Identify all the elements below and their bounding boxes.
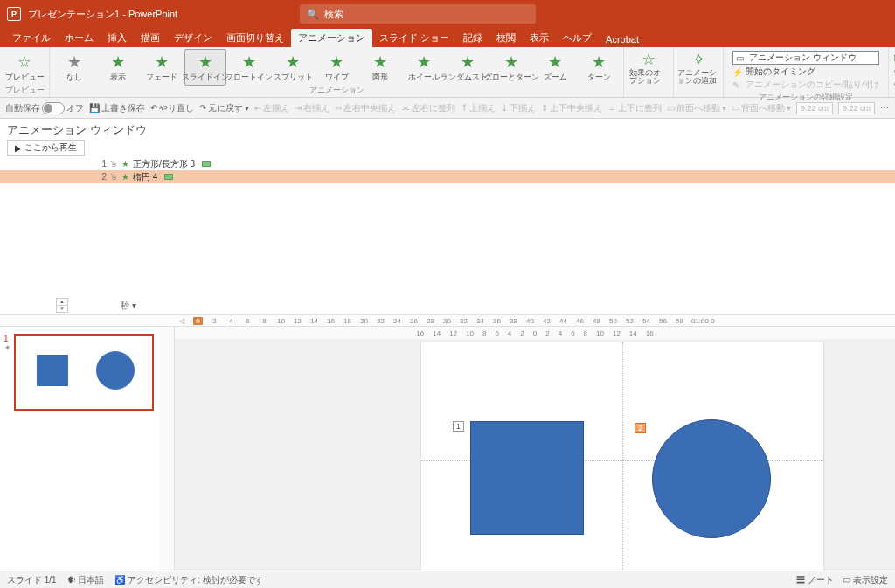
star-icon: ☆	[642, 50, 656, 69]
animation-ワイプ[interactable]: ★ワイプ	[316, 49, 357, 86]
align-left: ⇤ 左揃え	[254, 102, 289, 114]
animation-item[interactable]: 2 🖱 ★ 楕円 4	[0, 170, 895, 183]
tab-draw[interactable]: 描画	[134, 29, 167, 47]
play-from-button[interactable]: ▶ここから再生	[7, 140, 85, 156]
animation-indicator-icon: ✶	[4, 343, 12, 352]
timeline-ruler[interactable]: ◁024681012141618202224262830323436384042…	[0, 315, 895, 327]
autosave-toggle[interactable]: 自動保存 オフ	[5, 102, 84, 114]
ribbon-tabs: ファイル ホーム 挿入 描画 デザイン 画面切り替え アニメーション スライド …	[0, 28, 895, 47]
star-icon: ★	[373, 52, 387, 72]
star-icon: ★	[330, 52, 343, 72]
add-animation-button[interactable]: ✧ アニメーションの追加	[677, 49, 719, 86]
animation-フロートイン[interactable]: ★フロートイン	[228, 49, 270, 86]
animation-tag-1[interactable]: 1	[453, 421, 464, 432]
click-icon: 🖱	[110, 173, 118, 182]
animation-item[interactable]: 1 🖱 ★ 正方形/長方形 3	[0, 157, 895, 170]
slide-canvas[interactable]: 1 2	[421, 342, 823, 578]
slide-counter[interactable]: スライド 1/1	[7, 574, 57, 586]
horizontal-ruler: 1614121086420246810121416	[175, 327, 895, 339]
star-icon: ★	[504, 52, 518, 72]
app-icon: P	[7, 7, 21, 21]
align-center-h: ⇔ 左右中央揃え	[335, 102, 396, 114]
star-icon: ★	[461, 52, 475, 72]
tab-slideshow[interactable]: スライド ショー	[372, 29, 456, 47]
animation-フェード[interactable]: ★フェード	[141, 49, 183, 86]
preview-button[interactable]: ☆ プレビュー	[3, 49, 45, 86]
redo-icon: ↷	[199, 103, 206, 113]
duration-bar	[202, 161, 211, 167]
guide-vertical	[622, 342, 623, 578]
star-icon: ★	[242, 52, 256, 72]
tab-transitions[interactable]: 画面切り替え	[219, 29, 291, 47]
star-icon: ★	[592, 52, 606, 72]
undo-icon: ↶	[150, 103, 157, 113]
more-button[interactable]: ⋯	[880, 103, 889, 113]
app-title: プレゼンテーション1 - PowerPoint	[28, 8, 177, 21]
accessibility-check[interactable]: ♿ アクセシビリティ: 検討が必要です	[114, 574, 263, 586]
title-bar: P プレゼンテーション1 - PowerPoint 🔍 検索	[0, 0, 895, 28]
click-icon: 🖱	[110, 160, 118, 169]
ribbon: ☆ プレビュー プレビュー ★なし★表示★フェード★スライドイン★フロートイン★…	[0, 47, 895, 98]
save-button[interactable]: 💾上書き保存	[89, 102, 145, 114]
undo-button[interactable]: ↶やり直し	[150, 102, 194, 114]
send-backward: ▭ 背面へ移動 ▾	[732, 102, 791, 114]
animation-スライドイン[interactable]: ★スライドイン	[184, 49, 226, 86]
animation-ランダムスト…[interactable]: ★ランダムスト…	[447, 49, 489, 86]
play-icon: ▶	[15, 143, 22, 153]
language-indicator[interactable]: 🗣 日本語	[67, 574, 105, 586]
tab-insert[interactable]: 挿入	[101, 29, 134, 47]
animation-pane-button[interactable]: ▭アニメーション ウィンドウ	[732, 51, 879, 65]
reorder-spinner[interactable]: ▲▼	[56, 298, 68, 313]
animation-図形[interactable]: ★図形	[359, 49, 401, 86]
tab-file[interactable]: ファイル	[5, 29, 58, 47]
bolt-icon: ⚡	[732, 67, 743, 77]
redo-button[interactable]: ↷元に戻す ▾	[199, 102, 249, 114]
animation-ホイール[interactable]: ★ホイール	[403, 49, 445, 86]
slide-edit-area[interactable]: 1614121086420246810121416 1 2	[159, 327, 895, 588]
height-input[interactable]: 9.22 cm	[796, 102, 833, 114]
distribute-v: ⫠ 上下に整列	[607, 102, 662, 114]
align-bottom: ⤓ 下揃え	[501, 102, 536, 114]
tab-home[interactable]: ホーム	[58, 29, 101, 47]
star-icon: ★	[198, 52, 212, 72]
distribute-h: ⫘ 左右に整列	[401, 102, 455, 114]
align-center-v: ⇕ 上下中央揃え	[541, 102, 602, 114]
star-icon: ★	[111, 52, 125, 72]
search-box[interactable]: 🔍 検索	[300, 4, 536, 24]
tab-view[interactable]: 表示	[523, 29, 556, 47]
animation-pane-title: アニメーション ウィンドウ	[0, 119, 895, 138]
align-right: ⇥ 右揃え	[295, 102, 330, 114]
shape-rectangle[interactable]	[470, 421, 584, 535]
bring-forward: ▭ 前面へ移動 ▾	[667, 102, 726, 114]
animation-ズーム[interactable]: ★ズーム	[534, 49, 576, 86]
animation-グローとターン[interactable]: ★グローとターン	[490, 49, 532, 86]
animation-ターン[interactable]: ★ターン	[578, 49, 620, 86]
animation-表示[interactable]: ★表示	[97, 49, 139, 86]
star-icon: ★	[286, 52, 300, 72]
duration-bar	[164, 174, 173, 180]
tab-help[interactable]: ヘルプ	[556, 29, 599, 47]
tab-acrobat[interactable]: Acrobat	[599, 31, 646, 47]
animation-list: 1 🖱 ★ 正方形/長方形 3 2 🖱 ★ 楕円 4	[0, 157, 895, 183]
notes-button[interactable]: ☰ ノート	[796, 574, 834, 586]
seconds-dropdown[interactable]: 秒 ▾	[121, 300, 136, 312]
effect-options-button[interactable]: ☆ 効果のオプション	[628, 49, 670, 86]
star-icon: ★	[548, 52, 562, 72]
pane-icon: ▭	[736, 53, 746, 63]
tab-record[interactable]: 記録	[456, 29, 489, 47]
animation-painter-button[interactable]: ✎アニメーションのコピー/貼り付け	[732, 79, 879, 91]
animation-なし[interactable]: ★なし	[53, 49, 95, 86]
display-settings-button[interactable]: ▭ 表示設定	[843, 574, 888, 586]
tab-design[interactable]: デザイン	[167, 29, 219, 47]
slide-number: 1	[3, 334, 12, 343]
search-icon: 🔍	[307, 9, 319, 20]
trigger-button[interactable]: ⚡開始のタイミング	[732, 66, 879, 78]
shape-ellipse[interactable]	[652, 419, 771, 538]
animation-スプリット[interactable]: ★スプリット	[272, 49, 314, 86]
width-input[interactable]: 9.22 cm	[838, 102, 875, 114]
tab-review[interactable]: 校閲	[489, 29, 523, 47]
animation-tag-2[interactable]: 2	[635, 423, 646, 433]
tab-animations[interactable]: アニメーション	[291, 29, 372, 47]
slide-thumbnail[interactable]	[14, 334, 154, 411]
thumb-circle	[96, 351, 135, 390]
